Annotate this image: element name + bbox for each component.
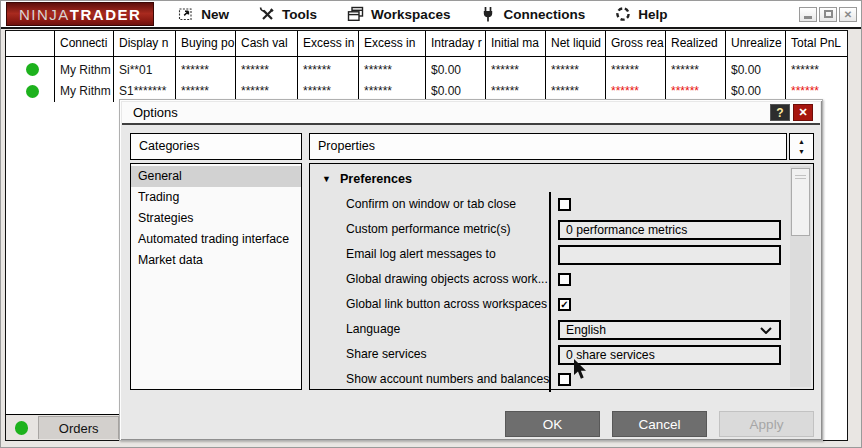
connection-status-dot — [15, 421, 28, 435]
accounts-table-header: Connecti Display n Buying po Cash val Ex… — [6, 31, 847, 57]
properties-body: ▼ Preferences Confirm on window or tab c… — [309, 163, 814, 390]
col-net-liquidation[interactable]: Net liquid — [546, 31, 606, 57]
new-window-icon — [178, 6, 194, 22]
minimize-button[interactable] — [799, 7, 817, 22]
cell-total-pnl: ****** — [786, 57, 847, 81]
col-unrealized[interactable]: Unrealize — [726, 31, 786, 57]
cell-excess-2: ****** — [359, 57, 426, 81]
property-label: Global link button across workspaces — [310, 292, 549, 317]
cell-display-name: Si**01 — [114, 57, 176, 81]
categories-panel: Categories General Trading Strategies Au… — [130, 133, 302, 390]
collapse-triangle-icon: ▼ — [322, 174, 331, 184]
properties-panel: Properties ▲ ▼ ▼ Preferences Confirm on … — [309, 133, 814, 390]
apply-button[interactable]: Apply — [719, 411, 814, 437]
menu-connections-label: Connections — [503, 7, 585, 22]
menu-connections[interactable]: Connections — [480, 6, 585, 22]
col-initial-margin[interactable]: Initial ma — [486, 31, 546, 57]
language-value: English — [566, 323, 606, 337]
property-label: Confirm on window or tab close — [310, 192, 549, 217]
logo-text-trader: TRADER — [70, 6, 142, 23]
col-buying-power[interactable]: Buying po — [176, 31, 236, 57]
window-controls: ✕ — [799, 7, 857, 22]
account-row-1[interactable]: My Rithm Si**01 ****** ****** ****** ***… — [6, 57, 847, 81]
categories-list: General Trading Strategies Automated tra… — [130, 163, 302, 390]
confirm-close-checkbox[interactable] — [558, 198, 571, 211]
category-general[interactable]: General — [131, 166, 301, 187]
dialog-help-button[interactable]: ? — [770, 104, 790, 121]
properties-header: Properties — [309, 133, 787, 160]
cell-excess-1: ****** — [298, 57, 359, 81]
help-circle-icon — [615, 6, 631, 22]
menu-help[interactable]: Help — [615, 6, 667, 22]
menu-workspaces-label: Workspaces — [371, 7, 450, 22]
col-intraday[interactable]: Intraday r — [426, 31, 486, 57]
col-gross-realized[interactable]: Gross rea — [606, 31, 666, 57]
close-icon: ✕ — [844, 9, 852, 20]
property-row-global-link: Global link button across workspaces ✓ — [310, 292, 785, 317]
property-row-confirm-close: Confirm on window or tab close — [310, 192, 785, 217]
maximize-button[interactable] — [819, 7, 837, 22]
cell-cash-value: ****** — [236, 57, 298, 81]
col-display-name[interactable]: Display n — [114, 31, 176, 57]
close-icon: ✕ — [798, 106, 807, 119]
col-excess-1[interactable]: Excess in — [298, 31, 359, 57]
property-label: Language — [310, 317, 549, 342]
category-market-data[interactable]: Market data — [131, 250, 301, 271]
custom-performance-field[interactable]: 0 performance metrics — [558, 220, 781, 240]
tools-icon — [259, 6, 275, 22]
cancel-button[interactable]: Cancel — [612, 411, 707, 437]
col-excess-2[interactable]: Excess in — [359, 31, 426, 57]
share-services-field[interactable]: 0 share services — [558, 345, 781, 365]
menu-tools[interactable]: Tools — [259, 6, 317, 22]
menu-new-label: New — [201, 7, 229, 22]
dialog-title-bar[interactable]: Options ? ✕ — [122, 102, 820, 125]
help-icon: ? — [776, 106, 783, 120]
col-total-pnl[interactable]: Total PnL — [786, 31, 847, 57]
categories-header: Categories — [130, 133, 302, 160]
preferences-group-header[interactable]: ▼ Preferences — [310, 164, 813, 192]
properties-header-row: Properties ▲ ▼ — [309, 133, 814, 160]
property-label: Global drawing objects across work... — [310, 267, 549, 292]
col-connection[interactable]: Connecti — [55, 31, 114, 57]
cell-intraday: $0.00 — [426, 57, 486, 81]
close-button[interactable]: ✕ — [839, 7, 857, 22]
scrollbar-thumb[interactable] — [791, 168, 810, 236]
menu-new[interactable]: New — [178, 6, 229, 22]
menu-help-label: Help — [638, 7, 667, 22]
property-row-show-accounts: Show account numbers and balances — [310, 367, 785, 392]
chevron-down-icon — [760, 323, 772, 337]
category-strategies[interactable]: Strategies — [131, 208, 301, 229]
scroll-down-icon[interactable]: ▼ — [798, 147, 805, 157]
minimize-icon — [804, 16, 812, 19]
cell-unrealized: $0.00 — [726, 57, 786, 81]
menu-bar: NINJATRADER New Tools Workspaces Connect… — [1, 1, 862, 29]
options-dialog: Options ? ✕ Categories General Trading S… — [119, 99, 823, 441]
logo-text-ninja: NINJA — [19, 6, 70, 23]
cell-connection: My Rithm — [55, 81, 114, 102]
category-automated-trading-interface[interactable]: Automated trading interface — [131, 229, 301, 250]
property-row-language: Language English — [310, 317, 785, 342]
global-drawing-checkbox[interactable] — [558, 273, 571, 286]
col-cash-value[interactable]: Cash val — [236, 31, 298, 57]
category-trading[interactable]: Trading — [131, 187, 301, 208]
connected-status-dot — [26, 85, 39, 98]
property-label: Custom performance metric(s) — [310, 217, 549, 242]
col-realized[interactable]: Realized — [666, 31, 726, 57]
global-link-checkbox[interactable]: ✓ — [558, 298, 571, 311]
dialog-close-button[interactable]: ✕ — [793, 104, 813, 121]
property-row-custom-performance: Custom performance metric(s) 0 performan… — [310, 217, 785, 242]
scrollbar-grip — [795, 175, 806, 179]
ninjatrader-logo: NINJATRADER — [6, 2, 154, 26]
language-dropdown[interactable]: English — [558, 320, 781, 340]
show-accounts-checkbox[interactable] — [558, 373, 571, 386]
col-status[interactable] — [6, 31, 55, 57]
menu-tools-label: Tools — [282, 7, 317, 22]
menu-workspaces[interactable]: Workspaces — [347, 6, 450, 22]
maximize-icon — [824, 10, 833, 18]
properties-scrollbar[interactable] — [790, 166, 811, 387]
email-log-field[interactable] — [558, 245, 781, 265]
preferences-group-label: Preferences — [340, 172, 412, 186]
tab-orders[interactable]: Orders — [38, 416, 119, 439]
scroll-up-icon[interactable]: ▲ — [798, 137, 805, 147]
ok-button[interactable]: OK — [505, 411, 600, 437]
